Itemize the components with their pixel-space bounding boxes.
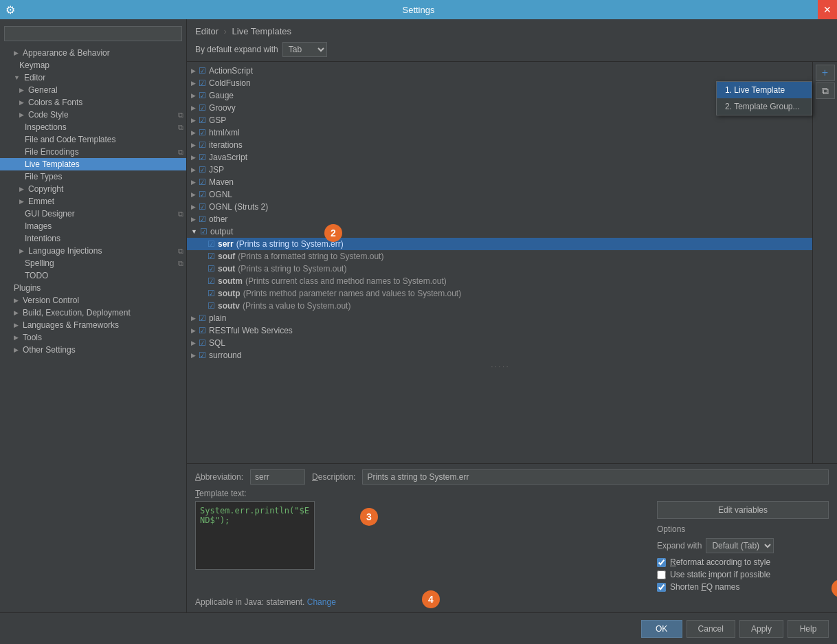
sidebar-label-file-code-templates: File and Code Templates bbox=[25, 135, 116, 144]
expand-with-select[interactable]: Tab Enter Space bbox=[282, 42, 327, 57]
sidebar-item-editor[interactable]: ▼ Editor bbox=[0, 71, 186, 84]
sidebar-item-spelling[interactable]: Spelling ⧉ bbox=[0, 257, 186, 269]
tl-group-gsp[interactable]: ▶ ☑ GSP bbox=[187, 114, 812, 126]
tl-group-iterations[interactable]: ▶ ☑ iterations bbox=[187, 139, 812, 151]
copy-button[interactable]: ⧉ bbox=[816, 82, 835, 99]
sidebar-item-live-templates[interactable]: Live Templates bbox=[0, 158, 186, 170]
tl-groupname-plain: plain bbox=[209, 313, 226, 323]
tl-groupname-iterations: iterations bbox=[209, 140, 243, 150]
sidebar-label-other-settings: Other Settings bbox=[23, 345, 76, 355]
template-list: ▶ ☑ ActionScript ▶ ☑ ColdFusion ▶ ☑ Gaug… bbox=[187, 62, 812, 463]
title-bar: ⚙ Settings ✕ bbox=[0, 0, 837, 19]
tl-group-javascript[interactable]: ▶ ☑ JavaScript bbox=[187, 151, 812, 164]
tl-item-soutp[interactable]: ☑ soutp (Prints method parameter names a… bbox=[187, 287, 812, 300]
tl-groupname-surround: surround bbox=[209, 351, 241, 360]
sidebar-label-todo: TODO bbox=[25, 271, 48, 280]
tl-groupname-javascript: JavaScript bbox=[209, 153, 247, 162]
tl-group-sql[interactable]: ▶ ☑ SQL bbox=[187, 337, 812, 349]
edit-variables-button[interactable]: Edit variables bbox=[657, 501, 829, 519]
sidebar-item-todo[interactable]: TODO bbox=[0, 269, 186, 282]
check-serr: ☑ bbox=[208, 239, 215, 249]
tl-group-output[interactable]: ▼ ☑ output 2 bbox=[187, 225, 812, 238]
sidebar-item-file-encodings[interactable]: File Encodings ⧉ bbox=[0, 146, 186, 158]
arrow-output: ▼ bbox=[191, 228, 197, 235]
dropdown-item-live-template[interactable]: 1. Live Template bbox=[717, 82, 812, 98]
sidebar-item-language-injections[interactable]: ▶ Language Injections ⧉ bbox=[0, 245, 186, 257]
check-jsp: ☑ bbox=[199, 165, 206, 175]
tl-groupname-other: other bbox=[209, 214, 227, 224]
arrow-plain: ▶ bbox=[191, 315, 196, 322]
search-input[interactable] bbox=[4, 26, 182, 41]
sidebar-item-code-style[interactable]: ▶ Code Style ⧉ bbox=[0, 109, 186, 121]
sidebar-item-emmet[interactable]: ▶ Emmet bbox=[0, 195, 186, 208]
sidebar-item-plugins[interactable]: Plugins bbox=[0, 282, 186, 294]
add-button[interactable]: + bbox=[816, 65, 835, 81]
add-dropdown-menu: 1. Live Template 2. Template Group... bbox=[716, 81, 812, 115]
sidebar-label-keymap: Keymap bbox=[19, 60, 49, 70]
tl-item-soutm[interactable]: ☑ soutm (Prints current class and method… bbox=[187, 275, 812, 287]
check-sout: ☑ bbox=[208, 264, 215, 274]
sidebar-item-tools[interactable]: ▶ Tools bbox=[0, 331, 186, 344]
sidebar-item-file-code-templates[interactable]: File and Code Templates bbox=[0, 133, 186, 146]
tl-group-surround[interactable]: ▶ ☑ surround bbox=[187, 349, 812, 362]
check-surround: ☑ bbox=[199, 351, 206, 360]
sidebar-item-general[interactable]: ▶ General bbox=[0, 84, 186, 96]
template-text-area[interactable]: System.err.println("$END$"); bbox=[195, 501, 315, 570]
expand-with-option-select[interactable]: Default (Tab) Tab Enter Space bbox=[706, 538, 774, 553]
sidebar-item-intentions[interactable]: Intentions bbox=[0, 232, 186, 245]
tl-group-html-xml[interactable]: ▶ ☑ html/xml bbox=[187, 126, 812, 139]
breadcrumb-editor: Editor bbox=[195, 26, 219, 36]
tl-group-other[interactable]: ▶ ☑ other bbox=[187, 213, 812, 225]
sidebar-item-languages-frameworks[interactable]: ▶ Languages & Frameworks bbox=[0, 319, 186, 331]
sidebar-item-other-settings[interactable]: ▶ Other Settings bbox=[0, 344, 186, 356]
tl-abbr-soutm: soutm bbox=[218, 276, 243, 286]
shorten-fq-checkbox[interactable] bbox=[657, 583, 666, 592]
sidebar-item-colors-fonts[interactable]: ▶ Colors & Fonts bbox=[0, 96, 186, 109]
arrow-surround: ▶ bbox=[191, 352, 196, 359]
tl-item-soutv[interactable]: ☑ soutv (Prints a value to System.out) bbox=[187, 300, 812, 312]
tl-group-ognl-struts2[interactable]: ▶ ☑ OGNL (Struts 2) bbox=[187, 201, 812, 213]
tl-groupname-ognl: OGNL bbox=[209, 190, 232, 199]
expand-arrow-lang: ▶ bbox=[14, 322, 19, 329]
arrow-jsp: ▶ bbox=[191, 166, 196, 173]
tl-desc-soutm: (Prints current class and method names t… bbox=[245, 276, 447, 286]
dropdown-item-template-group[interactable]: 2. Template Group... bbox=[717, 98, 812, 115]
expand-arrow-copyright: ▶ bbox=[19, 186, 24, 192]
copy-icon-code-style: ⧉ bbox=[178, 111, 183, 120]
close-button[interactable]: ✕ bbox=[818, 0, 837, 19]
sidebar-item-appearance[interactable]: ▶ Appearance & Behavior bbox=[0, 47, 186, 59]
tl-item-sout[interactable]: ☑ sout (Prints a string to System.out) bbox=[187, 263, 812, 275]
tl-groupname-html-xml: html/xml bbox=[209, 128, 240, 137]
description-input[interactable] bbox=[362, 469, 829, 485]
sidebar-item-version-control[interactable]: ▶ Version Control bbox=[0, 294, 186, 307]
cancel-button[interactable]: Cancel bbox=[687, 620, 735, 638]
tl-group-jsp[interactable]: ▶ ☑ JSP bbox=[187, 164, 812, 176]
sidebar-item-file-types[interactable]: File Types bbox=[0, 170, 186, 183]
help-button[interactable]: Help bbox=[788, 620, 829, 638]
reformat-checkbox[interactable] bbox=[657, 558, 666, 567]
sidebar-item-inspections[interactable]: Inspections ⧉ bbox=[0, 121, 186, 133]
content-body: ▶ ☑ ActionScript ▶ ☑ ColdFusion ▶ ☑ Gaug… bbox=[187, 62, 837, 463]
apply-button[interactable]: Apply bbox=[739, 620, 783, 638]
tl-group-restful[interactable]: ▶ ☑ RESTful Web Services bbox=[187, 324, 812, 337]
tl-item-souf[interactable]: ☑ souf (Prints a formatted string to Sys… bbox=[187, 250, 812, 263]
check-ognl: ☑ bbox=[199, 190, 206, 199]
sidebar-item-gui-designer[interactable]: GUI Designer ⧉ bbox=[0, 208, 186, 220]
sidebar-item-copyright[interactable]: ▶ Copyright bbox=[0, 183, 186, 195]
tl-group-plain[interactable]: ▶ ☑ plain bbox=[187, 312, 812, 324]
tl-abbr-souf: souf bbox=[218, 252, 235, 261]
tl-item-serr[interactable]: ☑ serr (Prints a string to System.err) bbox=[187, 238, 812, 250]
expand-arrow-colors: ▶ bbox=[19, 99, 24, 106]
ok-button[interactable]: OK bbox=[641, 620, 682, 638]
abbreviation-input[interactable] bbox=[250, 469, 305, 485]
tl-group-ognl[interactable]: ▶ ☑ OGNL bbox=[187, 188, 812, 201]
tl-group-maven[interactable]: ▶ ☑ Maven bbox=[187, 176, 812, 188]
sidebar-item-build-execution[interactable]: ▶ Build, Execution, Deployment bbox=[0, 307, 186, 319]
sidebar-item-keymap[interactable]: Keymap bbox=[0, 59, 186, 71]
static-import-checkbox[interactable] bbox=[657, 570, 666, 579]
sidebar-item-images[interactable]: Images bbox=[0, 220, 186, 232]
change-link[interactable]: Change bbox=[307, 597, 336, 607]
check-soutp: ☑ bbox=[208, 289, 215, 298]
tl-group-actionscript[interactable]: ▶ ☑ ActionScript bbox=[187, 65, 812, 77]
arrow-gsp: ▶ bbox=[191, 117, 196, 124]
